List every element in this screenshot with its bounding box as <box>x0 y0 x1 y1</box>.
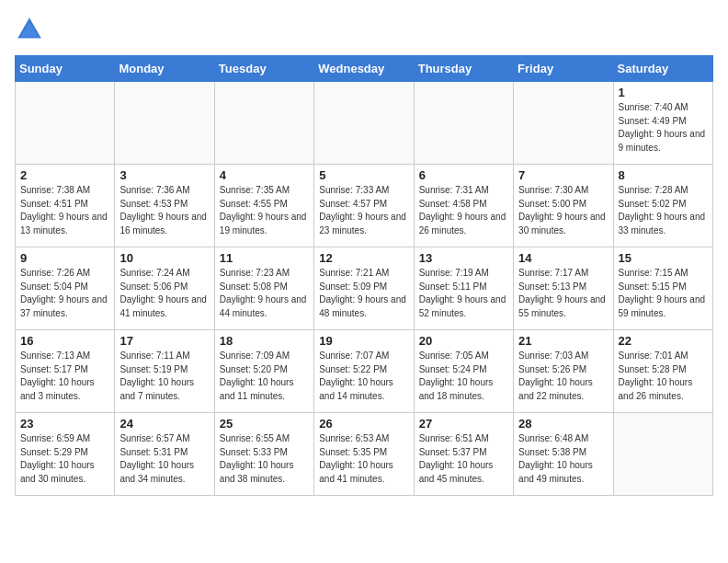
day-number: 18 <box>220 334 309 348</box>
calendar-cell: 27Sunrise: 6:51 AM Sunset: 5:37 PM Dayli… <box>414 413 513 496</box>
day-number: 16 <box>20 334 109 348</box>
page-header <box>15 15 713 44</box>
calendar-cell <box>414 82 513 165</box>
calendar-cell: 3Sunrise: 7:36 AM Sunset: 4:53 PM Daylig… <box>115 165 214 247</box>
day-number: 20 <box>419 334 508 348</box>
day-number: 24 <box>119 417 209 431</box>
calendar-cell: 1Sunrise: 7:40 AM Sunset: 4:49 PM Daylig… <box>613 82 712 165</box>
logo-icon <box>15 15 44 44</box>
calendar-cell: 16Sunrise: 7:13 AM Sunset: 5:17 PM Dayli… <box>16 330 115 413</box>
calendar-cell: 23Sunrise: 6:59 AM Sunset: 5:29 PM Dayli… <box>16 413 115 496</box>
day-info: Sunrise: 6:59 AM Sunset: 5:29 PM Dayligh… <box>20 432 109 486</box>
day-number: 27 <box>419 417 508 431</box>
header-saturday: Saturday <box>613 56 712 82</box>
calendar-cell: 28Sunrise: 6:48 AM Sunset: 5:38 PM Dayli… <box>514 413 613 496</box>
day-number: 14 <box>518 251 608 265</box>
day-number: 19 <box>319 334 408 348</box>
calendar-cell: 15Sunrise: 7:15 AM Sunset: 5:15 PM Dayli… <box>613 247 712 330</box>
calendar-cell: 5Sunrise: 7:33 AM Sunset: 4:57 PM Daylig… <box>314 165 414 247</box>
header-friday: Friday <box>514 56 613 82</box>
calendar-cell: 10Sunrise: 7:24 AM Sunset: 5:06 PM Dayli… <box>115 247 214 330</box>
week-row-0: 1Sunrise: 7:40 AM Sunset: 4:49 PM Daylig… <box>16 82 713 165</box>
calendar-cell <box>214 82 313 165</box>
calendar-cell: 25Sunrise: 6:55 AM Sunset: 5:33 PM Dayli… <box>214 413 313 496</box>
calendar-table: SundayMondayTuesdayWednesdayThursdayFrid… <box>15 55 713 496</box>
day-number: 6 <box>419 168 508 182</box>
logo <box>15 15 48 44</box>
week-row-2: 9Sunrise: 7:26 AM Sunset: 5:04 PM Daylig… <box>16 247 713 330</box>
calendar-cell <box>16 82 115 165</box>
calendar-cell: 24Sunrise: 6:57 AM Sunset: 5:31 PM Dayli… <box>115 413 214 496</box>
day-info: Sunrise: 7:28 AM Sunset: 5:02 PM Dayligh… <box>619 184 708 237</box>
calendar-cell: 20Sunrise: 7:05 AM Sunset: 5:24 PM Dayli… <box>414 330 513 413</box>
day-info: Sunrise: 7:31 AM Sunset: 4:58 PM Dayligh… <box>419 184 508 237</box>
day-number: 23 <box>20 417 109 431</box>
day-info: Sunrise: 7:13 AM Sunset: 5:17 PM Dayligh… <box>20 350 109 403</box>
calendar-cell: 11Sunrise: 7:23 AM Sunset: 5:08 PM Dayli… <box>214 247 313 330</box>
week-row-1: 2Sunrise: 7:38 AM Sunset: 4:51 PM Daylig… <box>16 165 713 247</box>
calendar-cell: 12Sunrise: 7:21 AM Sunset: 5:09 PM Dayli… <box>314 247 414 330</box>
day-info: Sunrise: 7:35 AM Sunset: 4:55 PM Dayligh… <box>220 184 309 237</box>
calendar-cell: 19Sunrise: 7:07 AM Sunset: 5:22 PM Dayli… <box>314 330 414 413</box>
calendar-cell: 4Sunrise: 7:35 AM Sunset: 4:55 PM Daylig… <box>214 165 313 247</box>
day-info: Sunrise: 7:23 AM Sunset: 5:08 PM Dayligh… <box>220 267 309 320</box>
day-number: 25 <box>220 417 309 431</box>
calendar-cell: 13Sunrise: 7:19 AM Sunset: 5:11 PM Dayli… <box>414 247 513 330</box>
header-tuesday: Tuesday <box>214 56 313 82</box>
day-info: Sunrise: 7:21 AM Sunset: 5:09 PM Dayligh… <box>319 267 408 320</box>
day-info: Sunrise: 7:36 AM Sunset: 4:53 PM Dayligh… <box>119 184 209 237</box>
calendar-cell: 6Sunrise: 7:31 AM Sunset: 4:58 PM Daylig… <box>414 165 513 247</box>
day-number: 28 <box>518 417 608 431</box>
calendar-cell <box>115 82 214 165</box>
day-number: 21 <box>518 334 608 348</box>
day-number: 26 <box>319 417 408 431</box>
day-number: 3 <box>119 168 209 182</box>
calendar-cell: 22Sunrise: 7:01 AM Sunset: 5:28 PM Dayli… <box>613 330 712 413</box>
day-number: 9 <box>20 251 109 265</box>
week-row-3: 16Sunrise: 7:13 AM Sunset: 5:17 PM Dayli… <box>16 330 713 413</box>
day-info: Sunrise: 7:26 AM Sunset: 5:04 PM Dayligh… <box>20 267 109 320</box>
day-info: Sunrise: 7:01 AM Sunset: 5:28 PM Dayligh… <box>619 350 708 403</box>
day-info: Sunrise: 7:05 AM Sunset: 5:24 PM Dayligh… <box>419 350 508 403</box>
header-sunday: Sunday <box>16 56 115 82</box>
day-number: 7 <box>518 168 608 182</box>
day-number: 4 <box>220 168 309 182</box>
day-info: Sunrise: 7:07 AM Sunset: 5:22 PM Dayligh… <box>319 350 408 403</box>
day-info: Sunrise: 6:51 AM Sunset: 5:37 PM Dayligh… <box>419 432 508 486</box>
day-info: Sunrise: 7:15 AM Sunset: 5:15 PM Dayligh… <box>619 267 708 320</box>
calendar-cell: 7Sunrise: 7:30 AM Sunset: 5:00 PM Daylig… <box>514 165 613 247</box>
day-info: Sunrise: 6:53 AM Sunset: 5:35 PM Dayligh… <box>319 432 408 486</box>
day-info: Sunrise: 6:57 AM Sunset: 5:31 PM Dayligh… <box>119 432 209 486</box>
day-info: Sunrise: 6:55 AM Sunset: 5:33 PM Dayligh… <box>220 432 309 486</box>
day-number: 13 <box>419 251 508 265</box>
calendar-cell <box>613 413 712 496</box>
day-info: Sunrise: 6:48 AM Sunset: 5:38 PM Dayligh… <box>518 432 608 486</box>
day-info: Sunrise: 7:24 AM Sunset: 5:06 PM Dayligh… <box>119 267 209 320</box>
day-info: Sunrise: 7:11 AM Sunset: 5:19 PM Dayligh… <box>119 350 209 403</box>
calendar-cell: 17Sunrise: 7:11 AM Sunset: 5:19 PM Dayli… <box>115 330 214 413</box>
calendar-cell: 2Sunrise: 7:38 AM Sunset: 4:51 PM Daylig… <box>16 165 115 247</box>
week-row-4: 23Sunrise: 6:59 AM Sunset: 5:29 PM Dayli… <box>16 413 713 496</box>
day-number: 5 <box>319 168 408 182</box>
day-info: Sunrise: 7:38 AM Sunset: 4:51 PM Dayligh… <box>20 184 109 237</box>
day-number: 15 <box>619 251 708 265</box>
day-number: 1 <box>619 86 708 99</box>
day-number: 8 <box>619 168 708 182</box>
calendar-cell: 21Sunrise: 7:03 AM Sunset: 5:26 PM Dayli… <box>514 330 613 413</box>
calendar-cell: 8Sunrise: 7:28 AM Sunset: 5:02 PM Daylig… <box>613 165 712 247</box>
day-number: 10 <box>119 251 209 265</box>
day-info: Sunrise: 7:33 AM Sunset: 4:57 PM Dayligh… <box>319 184 408 237</box>
header-wednesday: Wednesday <box>314 56 414 82</box>
day-info: Sunrise: 7:03 AM Sunset: 5:26 PM Dayligh… <box>518 350 608 403</box>
day-number: 11 <box>220 251 309 265</box>
calendar-cell: 26Sunrise: 6:53 AM Sunset: 5:35 PM Dayli… <box>314 413 414 496</box>
calendar-cell <box>314 82 414 165</box>
day-number: 22 <box>619 334 708 348</box>
header-thursday: Thursday <box>414 56 513 82</box>
calendar-cell <box>514 82 613 165</box>
day-info: Sunrise: 7:19 AM Sunset: 5:11 PM Dayligh… <box>419 267 508 320</box>
calendar-header-row: SundayMondayTuesdayWednesdayThursdayFrid… <box>16 56 713 82</box>
calendar-cell: 9Sunrise: 7:26 AM Sunset: 5:04 PM Daylig… <box>16 247 115 330</box>
day-number: 2 <box>20 168 109 182</box>
calendar-cell: 18Sunrise: 7:09 AM Sunset: 5:20 PM Dayli… <box>214 330 313 413</box>
